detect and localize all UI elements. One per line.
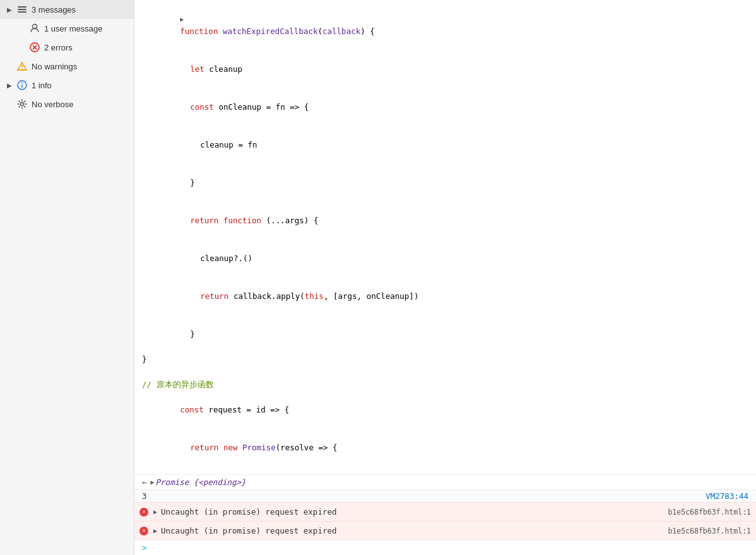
bottom-prompt: > (134, 540, 756, 555)
verbose-chevron (5, 100, 14, 108)
sidebar-item-warnings[interactable]: No warnings (0, 57, 134, 76)
promise-result-line: ← ▶ Promise {<pending>} (134, 474, 756, 489)
code-line-15: setTimeout(() => { (134, 467, 756, 474)
verbose-label: No verbose (32, 100, 129, 109)
error-chevron-icon-2: ▶ (153, 527, 157, 534)
list-icon (16, 4, 28, 15)
code-line-2: let cleanup (134, 50, 756, 88)
messages-label: 3 messages (32, 5, 129, 15)
error-icon (29, 42, 40, 53)
error-row-2: ▶ Uncaught (in promise) request expired … (134, 521, 756, 540)
gear-icon (16, 98, 28, 110)
vm-link[interactable]: VM2783:44 (706, 491, 748, 501)
user-message-label: 1 user message (44, 24, 129, 33)
user-message-chevron (18, 24, 27, 33)
code-line-3: const onCleanup = fn => { (134, 88, 756, 126)
sidebar-item-user-message[interactable]: 1 user message (0, 19, 134, 38)
code-line-1: ▶ function watchExpiredCallback(callback… (134, 0, 756, 50)
error-circle-icon-1 (139, 508, 148, 517)
left-arrow-icon: ← (142, 477, 147, 487)
errors-chevron (18, 43, 27, 52)
svg-point-9 (21, 83, 23, 84)
warning-icon (16, 61, 28, 72)
main-content: ▶ function watchExpiredCallback(callback… (134, 0, 756, 555)
code-editor[interactable]: ▶ function watchExpiredCallback(callback… (134, 0, 756, 474)
user-icon (29, 23, 40, 34)
sidebar-item-info[interactable]: ▶ 1 info (0, 76, 134, 95)
code-line-10: } (134, 353, 756, 366)
code-line-comment1: // 原本的异步函数 (134, 378, 756, 391)
error-circle-icon-2 (139, 527, 148, 535)
code-line-5: } (134, 164, 756, 202)
error-text-1: Uncaught (in promise) request expired (161, 507, 668, 517)
error-text-2: Uncaught (in promise) request expired (161, 526, 668, 535)
code-line-13: const request = id => { (134, 391, 756, 429)
code-line-9: } (134, 315, 756, 353)
info-chevron: ▶ (5, 81, 14, 90)
code-line-14: return new Promise(resolve => { (134, 429, 756, 467)
sidebar-item-errors[interactable]: 2 errors (0, 38, 134, 57)
info-label: 1 info (32, 81, 129, 90)
line-number: 3 (142, 491, 147, 501)
sidebar: ▶ 3 messages 1 user message 2 erro (0, 0, 134, 555)
error-row-1: ▶ Uncaught (in promise) request expired … (134, 502, 756, 521)
code-line-7: cleanup?.() (134, 240, 756, 278)
warnings-chevron (5, 62, 14, 71)
error-file-1: b1e5c68fb63f.html:1 (668, 508, 751, 517)
errors-label: 2 errors (44, 43, 129, 52)
error-file-2: b1e5c68fb63f.html:1 (668, 527, 751, 535)
code-line-8: return callback.apply(this, [args, onCle… (134, 278, 756, 315)
promise-result-text: Promise {<pending>} (156, 477, 246, 487)
code-line-blank1 (134, 366, 756, 378)
info-icon (16, 79, 28, 91)
error-chevron-icon-1: ▶ (153, 508, 157, 515)
messages-chevron: ▶ (5, 5, 14, 14)
svg-point-10 (21, 103, 24, 106)
promise-chevron-icon: ▶ (151, 479, 155, 486)
line-number-row: 3 VM2783:44 (134, 489, 756, 502)
code-line-4: cleanup = fn (134, 126, 756, 164)
warnings-label: No warnings (32, 62, 129, 71)
prompt-chevron-icon: > (142, 543, 147, 552)
sidebar-item-verbose[interactable]: No verbose (0, 95, 134, 114)
code-line-6: return function (...args) { (134, 202, 756, 240)
svg-point-6 (21, 68, 23, 69)
sidebar-item-messages[interactable]: ▶ 3 messages (0, 0, 134, 19)
